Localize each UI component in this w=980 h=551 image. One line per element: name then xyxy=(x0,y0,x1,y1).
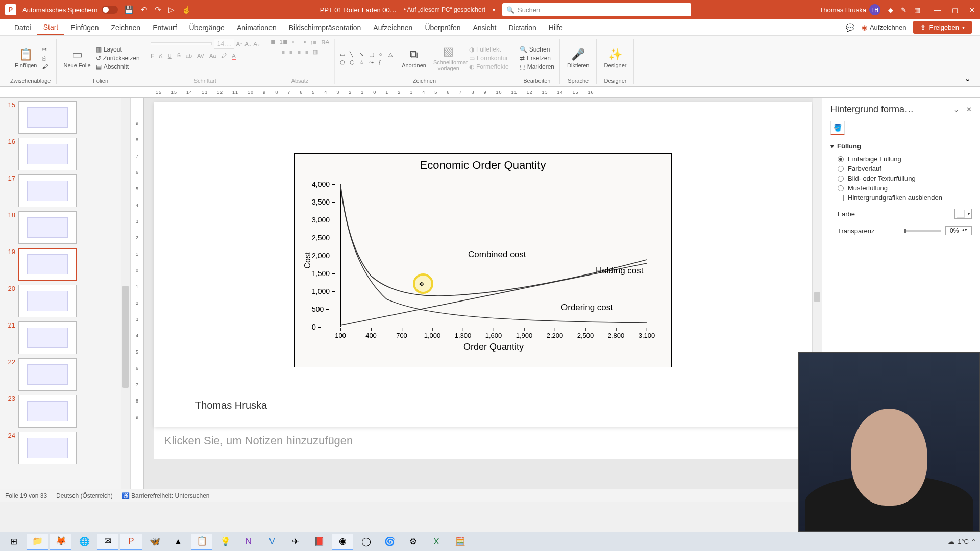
designer-button[interactable]: ✨Designer xyxy=(602,47,628,69)
toggle-switch[interactable] xyxy=(102,6,118,14)
tab-einfuegen[interactable]: Einfügen xyxy=(64,20,105,35)
spacing-button[interactable]: AV xyxy=(197,53,204,59)
taskbar-app[interactable]: V xyxy=(261,534,283,550)
align-center-button[interactable]: ≡ xyxy=(289,49,292,55)
notes-area[interactable]: Klicken Sie, um Notizen hinzuzufügen xyxy=(154,427,812,459)
tab-hilfe[interactable]: Hilfe xyxy=(543,20,569,35)
pane-dropdown-icon[interactable]: ⌄ xyxy=(953,106,959,113)
radio-pattern-fill[interactable]: Musterfüllung xyxy=(838,184,972,192)
dictate-button[interactable]: 🎤Diktieren xyxy=(565,47,591,69)
undo-icon[interactable]: ↶ xyxy=(141,5,148,14)
fill-tab-icon[interactable]: 🪣 xyxy=(830,121,845,135)
arrange-button[interactable]: ⧉ Anordnen xyxy=(400,47,428,69)
copy-button[interactable]: ⎘ xyxy=(42,55,48,62)
thumb-row[interactable]: 15 xyxy=(4,101,126,134)
quick-styles-button[interactable]: ▧ Schnellformat vorlagen xyxy=(431,44,466,72)
paste-button[interactable]: 📋 Einfügen xyxy=(13,47,39,69)
taskbar-vlc[interactable]: ▲ xyxy=(167,534,189,550)
grow-font-icon[interactable]: A↑ xyxy=(236,41,243,47)
tray-chevron-icon[interactable]: ⌃ xyxy=(971,538,977,546)
font-color-button[interactable]: A xyxy=(232,53,235,59)
slide-count[interactable]: Folie 19 von 33 xyxy=(5,492,47,499)
tab-zeichnen[interactable]: Zeichnen xyxy=(105,20,147,35)
taskbar-onenote[interactable]: N xyxy=(238,534,259,550)
taskbar-app[interactable]: 🧮 xyxy=(449,534,471,550)
tab-start[interactable]: Start xyxy=(37,20,65,35)
shadow-button[interactable]: ab xyxy=(186,53,192,59)
cut-button[interactable]: ✂ xyxy=(42,46,48,53)
font-size[interactable]: 14,… xyxy=(214,39,234,49)
layout-button[interactable]: ▥Layout xyxy=(96,46,140,53)
underline-button[interactable]: U xyxy=(168,53,172,59)
replace-button[interactable]: ⇄Ersetzen xyxy=(520,55,554,62)
taskbar-app[interactable]: ◯ xyxy=(355,534,377,550)
share-button[interactable]: ⇪ Freigeben ▾ xyxy=(913,21,972,34)
strike-button[interactable]: S̶ xyxy=(177,52,181,59)
taskbar-app[interactable]: 🌀 xyxy=(379,534,400,550)
taskbar-settings[interactable]: ⚙ xyxy=(402,534,424,550)
diamond-icon[interactable]: ◆ xyxy=(888,6,893,14)
thumb-row[interactable]: 19 xyxy=(4,248,126,281)
system-tray[interactable]: ⌃ xyxy=(971,538,977,546)
chevron-down-icon[interactable]: ▾ xyxy=(493,7,495,13)
taskbar-weather[interactable]: ☁ 1°C xyxy=(948,538,969,545)
tab-animationen[interactable]: Animationen xyxy=(231,20,283,35)
tab-ueberpruefen[interactable]: Überprüfen xyxy=(419,20,467,35)
align-right-button[interactable]: ≡ xyxy=(297,49,300,55)
start-show-icon[interactable]: ▷ xyxy=(168,5,175,14)
bold-button[interactable]: F xyxy=(151,53,154,59)
shrink-font-icon[interactable]: A↓ xyxy=(245,41,252,47)
clear-format-icon[interactable]: Aₓ xyxy=(253,41,259,47)
taskbar-firefox[interactable]: 🦊 xyxy=(50,534,71,550)
thumb-row[interactable]: 22 xyxy=(4,358,126,391)
find-button[interactable]: 🔍Suchen xyxy=(520,46,554,53)
select-button[interactable]: ⬚Markieren xyxy=(520,63,554,70)
tab-bildschirm[interactable]: Bildschirmpräsentation xyxy=(283,20,368,35)
save-location[interactable]: • Auf „diesem PC“ gespeichert xyxy=(404,6,485,13)
maximize-button[interactable]: ▢ xyxy=(952,6,958,14)
autosave-toggle[interactable]: Automatisches Speichern xyxy=(22,6,118,14)
lang-indicator[interactable]: Deutsch (Österreich) xyxy=(56,492,113,499)
new-slide-button[interactable]: ▭ Neue Folie xyxy=(62,47,93,69)
taskbar-app[interactable]: 🦋 xyxy=(144,534,165,550)
calendar-icon[interactable]: ▦ xyxy=(914,6,920,14)
transparency-value[interactable]: 0%▴▾ xyxy=(945,226,972,235)
taskbar-explorer[interactable]: 📁 xyxy=(27,534,48,550)
tab-datei[interactable]: Datei xyxy=(8,20,37,35)
justify-button[interactable]: ≡ xyxy=(305,49,308,55)
shape-fill-button[interactable]: ◑Fülleffekt xyxy=(469,46,509,53)
comments-icon[interactable]: 💬 xyxy=(846,23,854,32)
thumb-row[interactable]: 21 xyxy=(4,321,126,354)
radio-picture-fill[interactable]: Bild- oder Texturfüllung xyxy=(838,174,972,182)
doc-name[interactable]: PPT 01 Roter Faden 00… xyxy=(320,6,397,14)
taskbar-obs[interactable]: ◉ xyxy=(332,534,353,550)
highlight-button[interactable]: 🖍 xyxy=(221,53,227,59)
color-picker[interactable]: ▾ xyxy=(954,209,972,219)
tab-uebergaenge[interactable]: Übergänge xyxy=(183,20,231,35)
format-painter-button[interactable]: 🖌 xyxy=(42,63,48,70)
record-button[interactable]: ◉ Aufzeichnen xyxy=(862,23,906,31)
thumb-row[interactable]: 24 xyxy=(4,432,126,464)
fill-section[interactable]: ▾Füllung xyxy=(830,142,972,150)
minimize-button[interactable]: — xyxy=(934,6,941,14)
accessibility-check[interactable]: ♿ Barrierefreiheit: Untersuchen xyxy=(122,492,210,499)
taskbar-app[interactable]: 📋 xyxy=(191,534,212,550)
taskbar-outlook[interactable]: ✉ xyxy=(97,534,118,550)
slide-thumbnails[interactable]: 15161718192021222324 xyxy=(0,98,131,489)
taskbar-excel[interactable]: X xyxy=(426,534,447,550)
touch-icon[interactable]: ☝ xyxy=(182,5,191,14)
close-button[interactable]: ✕ xyxy=(969,6,975,14)
thumb-row[interactable]: 23 xyxy=(4,395,126,428)
pen-icon[interactable]: ✎ xyxy=(901,6,906,14)
thumb-row[interactable]: 17 xyxy=(4,174,126,207)
taskbar-app[interactable]: 💡 xyxy=(214,534,236,550)
case-button[interactable]: Aa xyxy=(209,53,216,59)
tab-ansicht[interactable]: Ansicht xyxy=(467,20,502,35)
pane-close-icon[interactable]: ✕ xyxy=(966,106,972,113)
radio-solid-fill[interactable]: Einfarbige Füllung xyxy=(838,155,972,163)
tab-entwurf[interactable]: Entwurf xyxy=(146,20,183,35)
numbering-button[interactable]: 1≣ xyxy=(280,39,287,45)
transparency-slider[interactable] xyxy=(904,230,941,232)
tab-aufzeichnen[interactable]: Aufzeichnen xyxy=(367,20,419,35)
text-direction-button[interactable]: ⇅A xyxy=(321,39,329,45)
